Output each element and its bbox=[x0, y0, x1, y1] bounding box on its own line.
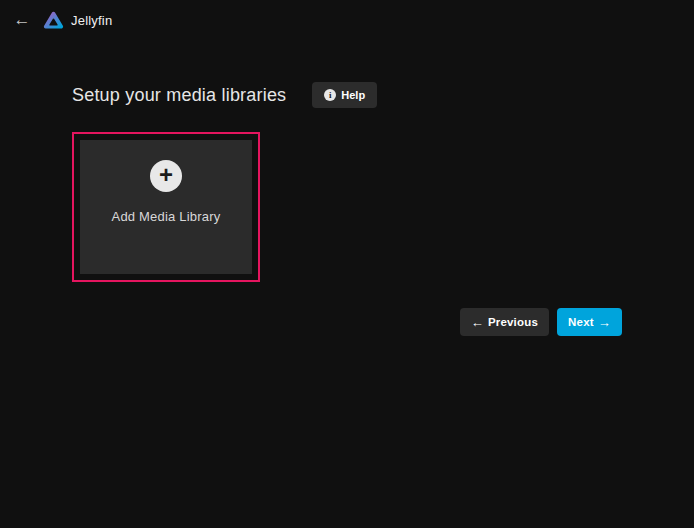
app-title: Jellyfin bbox=[71, 13, 112, 28]
right-arrow-icon: → bbox=[598, 315, 611, 330]
add-media-library-card-inner: + Add Media Library bbox=[80, 140, 252, 274]
help-button[interactable]: i Help bbox=[312, 82, 377, 108]
add-media-library-label: Add Media Library bbox=[112, 209, 221, 224]
jellyfin-logo-icon bbox=[43, 10, 64, 31]
left-arrow-icon: ← bbox=[471, 315, 484, 330]
next-button[interactable]: Next → bbox=[557, 308, 622, 336]
previous-button-label: Previous bbox=[488, 316, 538, 328]
page-title: Setup your media libraries bbox=[72, 85, 286, 106]
next-button-label: Next bbox=[568, 316, 594, 328]
back-button[interactable]: ← bbox=[10, 8, 34, 32]
wizard-content: Setup your media libraries i Help + Add … bbox=[72, 82, 622, 336]
info-icon: i bbox=[324, 89, 336, 101]
help-button-label: Help bbox=[341, 89, 365, 101]
title-row: Setup your media libraries i Help bbox=[72, 82, 622, 108]
wizard-nav: ← Previous Next → bbox=[72, 308, 622, 336]
add-icon: + bbox=[150, 160, 182, 192]
add-media-library-card[interactable]: + Add Media Library bbox=[72, 132, 260, 282]
back-arrow-icon: ← bbox=[14, 10, 31, 29]
previous-button[interactable]: ← Previous bbox=[460, 308, 549, 336]
top-bar: ← Jellyfin bbox=[0, 0, 694, 32]
jellyfin-logo: Jellyfin bbox=[43, 10, 112, 31]
